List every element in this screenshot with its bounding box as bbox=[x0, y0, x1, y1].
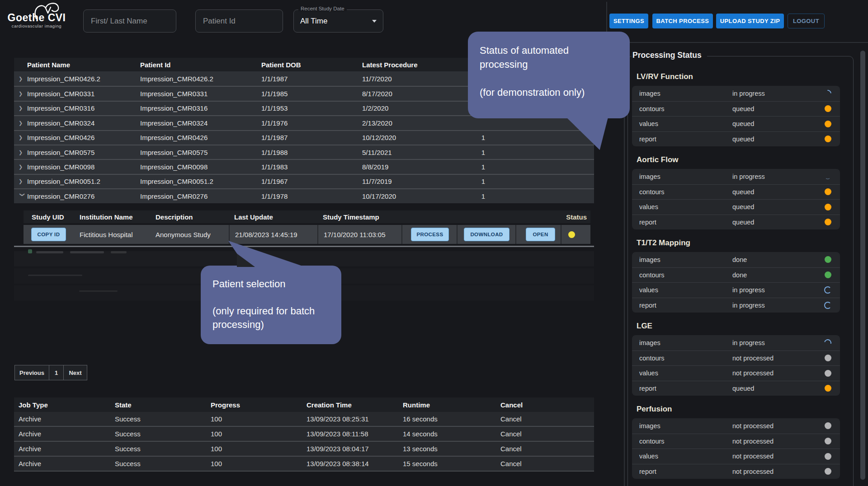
chevron-down-icon[interactable]: ❯ bbox=[19, 192, 25, 200]
brand-name: Goethe CVI bbox=[3, 12, 71, 24]
processing-section-rows: imagesin progresscontoursqueuedvaluesque… bbox=[632, 169, 840, 229]
patient-row[interactable]: ❯Impression_CMR0426Impression_CMR04261/1… bbox=[14, 130, 594, 145]
status-dot-icon bbox=[825, 188, 831, 195]
selection-tooltip-line2: (only required for batch processing) bbox=[212, 304, 330, 332]
study-count: 1 bbox=[474, 163, 493, 171]
chevron-right-icon[interactable]: ❯ bbox=[14, 105, 26, 111]
processing-row: reportqueued bbox=[632, 381, 840, 396]
chevron-right-icon[interactable]: ❯ bbox=[14, 76, 26, 82]
patient-row[interactable]: ❯Impression_CMR0276Impression_CMR02761/1… bbox=[14, 188, 594, 203]
patient-name: Impression_CMR0276 bbox=[26, 192, 139, 200]
job-progress: 100 bbox=[206, 430, 302, 438]
sidebar-scrollbar[interactable] bbox=[860, 51, 865, 480]
copy-id-button[interactable]: COPY ID bbox=[31, 228, 66, 241]
ghost-mark bbox=[28, 249, 32, 253]
patient-id: Impression_CMR0051.2 bbox=[139, 178, 260, 185]
ghost-row bbox=[14, 251, 594, 266]
study-date-value: All Time bbox=[300, 17, 372, 26]
processing-section-rows: imagesin progresscontoursqueuedvaluesque… bbox=[632, 86, 840, 146]
job-type: Archive bbox=[14, 430, 110, 438]
previous-page-button[interactable]: Previous bbox=[14, 365, 49, 380]
processing-row-status: queued bbox=[732, 385, 821, 392]
spinner-icon bbox=[823, 338, 833, 348]
status-dot-icon bbox=[825, 219, 831, 225]
download-button[interactable]: DOWNLOAD bbox=[464, 228, 509, 241]
cancel-link[interactable]: Cancel bbox=[496, 415, 594, 423]
batch-process-button[interactable]: BATCH PROCESS bbox=[652, 14, 713, 28]
job-creation-time: 13/09/2023 08:25:31 bbox=[302, 415, 398, 423]
cancel-link[interactable]: Cancel bbox=[496, 445, 594, 453]
processing-row-status: queued bbox=[732, 105, 821, 112]
processing-row-label: images bbox=[639, 339, 732, 346]
col-description: Description bbox=[150, 213, 229, 221]
processing-row-status: in progress bbox=[732, 173, 821, 180]
patient-id: Impression_CMR0331 bbox=[139, 90, 260, 98]
upload-study-zip-button[interactable]: UPLOAD STUDY ZIP bbox=[716, 14, 784, 28]
processing-row: contoursqueued bbox=[632, 184, 840, 200]
patient-id: Impression_CMR0098 bbox=[139, 163, 260, 171]
col-cancel: Cancel bbox=[496, 401, 594, 409]
settings-button[interactable]: SETTINGS bbox=[609, 14, 648, 28]
chevron-right-icon[interactable]: ❯ bbox=[14, 150, 26, 155]
patient-row[interactable]: ❯Impression_CMR0575Impression_CMR05751/1… bbox=[14, 145, 594, 159]
processing-row: imagesnot processed bbox=[632, 418, 840, 434]
patient-row[interactable]: ❯Impression_CMR0051.2Impression_CMR0051.… bbox=[14, 174, 594, 188]
patient-id: Impression_CMR0324 bbox=[139, 119, 260, 127]
chevron-right-icon[interactable]: ❯ bbox=[14, 135, 26, 140]
cancel-link[interactable]: Cancel bbox=[496, 430, 594, 438]
chevron-right-icon[interactable]: ❯ bbox=[14, 91, 26, 97]
col-runtime: Runtime bbox=[398, 401, 496, 409]
spinner-icon bbox=[825, 174, 830, 179]
process-button[interactable]: PROCESS bbox=[411, 228, 449, 241]
col-patient-id: Patient Id bbox=[139, 61, 260, 69]
processing-row-label: contours bbox=[639, 438, 732, 445]
processing-row-label: values bbox=[639, 286, 732, 294]
chevron-right-icon[interactable]: ❯ bbox=[14, 164, 26, 170]
patient-name: Impression_CMR0426.2 bbox=[26, 75, 139, 83]
processing-row: reportqueued bbox=[632, 215, 840, 230]
chevron-right-icon[interactable]: ❯ bbox=[14, 120, 26, 126]
latest-procedure: 11/7/2020 bbox=[361, 75, 474, 83]
patient-row[interactable]: ❯Impression_CMR0098Impression_CMR00981/1… bbox=[14, 159, 594, 173]
status-dot-icon bbox=[825, 121, 831, 127]
processing-row: imagesin progress bbox=[632, 169, 840, 184]
job-runtime: 14 seconds bbox=[398, 430, 496, 438]
study-date-select[interactable]: All Time bbox=[293, 9, 383, 33]
app-window: Goethe CVI cardiovascular imaging Recent… bbox=[0, 0, 868, 486]
processing-section-title: Perfusion bbox=[637, 405, 672, 416]
col-status: Status bbox=[561, 213, 590, 221]
ghost-mark bbox=[28, 275, 82, 276]
processing-section-title: T1/T2 Mapping bbox=[637, 238, 690, 249]
chevron-right-icon[interactable]: ❯ bbox=[14, 178, 26, 184]
processing-row: valuesnot processed bbox=[632, 365, 840, 381]
page-number-button[interactable]: 1 bbox=[49, 365, 64, 380]
status-dot-icon bbox=[825, 385, 831, 392]
processing-row: reportin progress bbox=[632, 298, 840, 313]
col-study-uid: Study UID bbox=[24, 213, 74, 221]
patient-dob: 1/1/1983 bbox=[260, 163, 361, 171]
patient-id-input[interactable] bbox=[195, 9, 283, 33]
processing-section-rows: imagesnot processedcontoursnot processed… bbox=[632, 418, 840, 479]
col-state: State bbox=[110, 401, 206, 409]
open-button[interactable]: OPEN bbox=[526, 228, 555, 241]
processing-row-status: not processed bbox=[732, 453, 821, 460]
processing-row-label: report bbox=[639, 136, 732, 143]
processing-row-label: report bbox=[639, 302, 732, 309]
status-dot-icon bbox=[825, 468, 831, 475]
patient-dob: 1/1/1953 bbox=[260, 104, 361, 112]
status-dot-icon bbox=[825, 370, 831, 377]
processing-section-title: LGE bbox=[637, 322, 652, 332]
first-last-name-input[interactable] bbox=[83, 9, 176, 33]
col-progress: Progress bbox=[206, 401, 302, 409]
study-timestamp: 17/10/2020 11:03:05 bbox=[317, 225, 401, 244]
latest-procedure: 11/7/2019 bbox=[361, 178, 474, 185]
job-row: ArchiveSuccess10013/09/2023 08:38:1415 s… bbox=[14, 457, 594, 472]
processing-row-label: contours bbox=[639, 271, 732, 279]
next-page-button[interactable]: Next bbox=[63, 365, 87, 380]
logout-button[interactable]: LOGOUT bbox=[788, 14, 825, 28]
patient-dob: 1/1/1988 bbox=[260, 149, 361, 156]
patient-name: Impression_CMR0575 bbox=[26, 149, 139, 156]
cancel-link[interactable]: Cancel bbox=[496, 460, 594, 467]
status-tooltip-line1: Status of automated processing bbox=[480, 43, 619, 71]
spinner-icon bbox=[823, 88, 833, 98]
